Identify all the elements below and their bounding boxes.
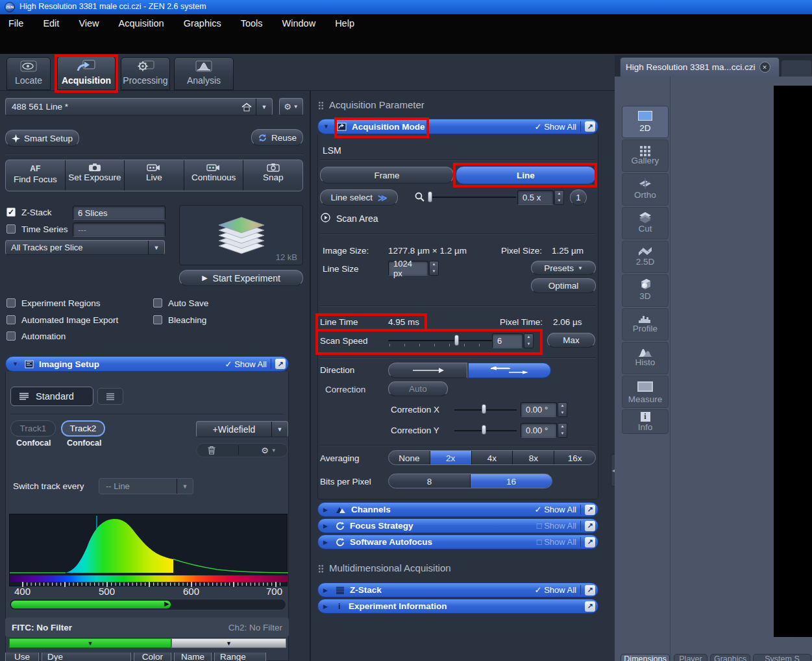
external-link-icon[interactable]: ↗ <box>275 359 286 369</box>
fitc-channel-selector[interactable]: ▼ <box>9 638 171 648</box>
view-profile-button[interactable]: Profile <box>622 308 669 341</box>
averaging-16x[interactable]: 16x <box>554 451 595 464</box>
correction-y-field[interactable]: 0.00 ° <box>521 423 557 438</box>
view-ortho-button[interactable]: Ortho <box>622 173 669 206</box>
menu-tools[interactable]: Tools <box>241 18 263 29</box>
ch2-channel-selector[interactable]: ▼ <box>171 638 286 648</box>
view-2d-button[interactable]: 2D <box>622 106 669 138</box>
bottom-tab-player[interactable]: Player <box>674 654 707 661</box>
view-measure-button[interactable]: Measure <box>622 376 669 408</box>
zoom-reset-button[interactable]: 1 <box>570 189 587 206</box>
bottom-tab-dimensions[interactable]: Dimensions <box>621 654 670 661</box>
time-series-checkbox[interactable] <box>6 224 16 234</box>
continuous-button[interactable]: Continuous <box>184 160 244 191</box>
line-size-spinner[interactable]: ▲▼ <box>429 261 439 276</box>
grip-icon[interactable] <box>318 564 324 573</box>
live-button[interactable]: Live <box>125 160 184 191</box>
view-histo-button[interactable]: Histo <box>622 342 669 374</box>
imaging-setup-header[interactable]: ▼ Imaging Setup ✓ Show All ↗ <box>5 356 289 372</box>
standard-mode-button[interactable]: Standard <box>10 387 93 406</box>
averaging-none[interactable]: None <box>389 451 430 464</box>
correction-x-handle[interactable] <box>482 404 486 414</box>
view-gallery-button[interactable]: Gallery <box>622 139 669 172</box>
scan-area-expander-icon[interactable] <box>321 213 330 222</box>
correction-y-spinner[interactable]: ▲▼ <box>558 423 567 438</box>
zoom-value-field[interactable]: 0.5 x <box>517 190 554 205</box>
tab-processing[interactable]: Processing <box>121 57 170 90</box>
experiment-dropdown-arrow[interactable]: ▼ <box>256 99 272 115</box>
expand-triangle-icon[interactable]: ▶ <box>323 523 328 529</box>
tab-analysis[interactable]: Analysis <box>174 57 234 90</box>
external-link-icon[interactable]: ↗ <box>585 505 595 515</box>
external-link-icon[interactable]: ↗ <box>585 121 595 132</box>
direction-bidirectional-button[interactable] <box>468 363 551 378</box>
correction-x-spinner[interactable]: ▲▼ <box>558 402 567 417</box>
external-link-icon[interactable]: ↗ <box>585 601 595 612</box>
bottom-tab-graphics[interactable]: Graphics <box>710 654 750 661</box>
document-tab-stub[interactable] <box>781 60 812 77</box>
time-series-field[interactable]: --- <box>73 222 166 237</box>
collapse-triangle-icon[interactable]: ▼ <box>12 361 18 367</box>
zstack-show-all[interactable]: ✓ Show All <box>535 585 576 595</box>
image-canvas[interactable] <box>774 86 812 637</box>
view-info-button[interactable]: i Info <box>622 409 669 434</box>
experiment-options-button[interactable]: ⚙ ▼ <box>279 98 303 115</box>
averaging-2x[interactable]: 2x <box>430 451 471 464</box>
expand-triangle-icon[interactable]: ▶ <box>323 603 328 610</box>
add-widefield-dropdown[interactable]: +Widefield ▼ <box>196 421 288 437</box>
document-tab[interactable]: High Resolution 3381 ma...cci.czi ✕ <box>620 57 780 77</box>
correction-auto-button[interactable]: Auto <box>388 381 448 396</box>
track1-tab[interactable]: Track1 <box>10 420 56 437</box>
view-3d-button[interactable]: 3D <box>622 274 669 307</box>
software-autofocus-section-header[interactable]: ▶ Software Autofocus □ Show All ↗ <box>317 535 598 549</box>
scan-speed-handle[interactable] <box>454 335 459 346</box>
tab-locate[interactable]: Locate <box>6 57 51 90</box>
acquisition-mode-show-all[interactable]: ✓ Show All <box>535 122 576 132</box>
menu-view[interactable]: View <box>79 18 99 29</box>
channels-section-header[interactable]: ▶ Channels ✓ Show All ↗ <box>317 502 598 517</box>
focus-strategy-show-all[interactable]: □ Show All <box>537 521 576 531</box>
external-link-icon[interactable]: ↗ <box>585 537 595 547</box>
menu-help[interactable]: Help <box>335 18 354 29</box>
correction-x-field[interactable]: 0.00 ° <box>521 402 557 417</box>
focus-strategy-section-header[interactable]: ▶ Focus Strategy □ Show All ↗ <box>317 518 598 533</box>
menu-edit[interactable]: Edit <box>43 18 59 29</box>
direction-unidirectional-button[interactable] <box>388 363 467 378</box>
correction-y-handle[interactable] <box>482 425 486 435</box>
view-cut-button[interactable]: Cut <box>622 207 669 239</box>
menu-file[interactable]: File <box>8 18 23 29</box>
reuse-button[interactable]: Reuse <box>251 129 303 146</box>
bits-8[interactable]: 8 <box>389 474 470 488</box>
zstack-checkbox[interactable]: ✓ <box>6 208 16 217</box>
max-speed-button[interactable]: Max <box>547 333 595 348</box>
zstack-slices-field[interactable]: 6 Slices <box>73 206 166 220</box>
bottom-tab-system[interactable]: System S <box>753 654 811 661</box>
tracks-per-slice-dropdown[interactable]: All Tracks per Slice ▼ <box>5 240 165 255</box>
imaging-setup-show-all[interactable]: ✓ Show All <box>225 359 267 369</box>
track2-tab[interactable]: Track2 <box>61 420 105 437</box>
experiment-selector[interactable]: 488 561 Line * ▼ <box>5 98 273 115</box>
detection-range-track[interactable]: ▶ <box>9 599 286 610</box>
tab-acquisition[interactable]: Acquisition <box>57 56 116 90</box>
channels-show-all[interactable]: ✓ Show All <box>535 505 576 514</box>
view-25d-button[interactable]: 2.5D <box>622 241 669 273</box>
find-focus-button[interactable]: AF Find Focus <box>6 160 66 191</box>
averaging-8x[interactable]: 8x <box>512 451 554 464</box>
averaging-4x[interactable]: 4x <box>471 451 513 464</box>
automation-checkbox[interactable] <box>6 331 16 341</box>
scan-speed-spinner[interactable]: ▲▼ <box>524 333 534 348</box>
trash-icon[interactable] <box>208 446 215 455</box>
bleaching-checkbox[interactable] <box>153 315 162 324</box>
software-autofocus-show-all[interactable]: □ Show All <box>537 537 576 547</box>
bits-16[interactable]: 16 <box>470 474 552 488</box>
close-icon[interactable]: ✕ <box>759 62 770 73</box>
automated-image-export-checkbox[interactable] <box>6 315 16 324</box>
menu-graphics[interactable]: Graphics <box>184 18 221 29</box>
expand-triangle-icon[interactable]: ▶ <box>323 587 328 594</box>
advanced-mode-button[interactable] <box>97 388 123 405</box>
acquisition-mode-header[interactable]: ▼ Acquisition Mode ✓ Show All ↗ <box>317 119 598 134</box>
zstack-section-header[interactable]: ▶ Z-Stack ✓ Show All ↗ <box>317 583 598 597</box>
scan-speed-field[interactable]: 6 <box>492 333 523 348</box>
expand-triangle-icon[interactable]: ▶ <box>323 507 328 513</box>
optimal-button[interactable]: Optimal <box>531 278 596 293</box>
